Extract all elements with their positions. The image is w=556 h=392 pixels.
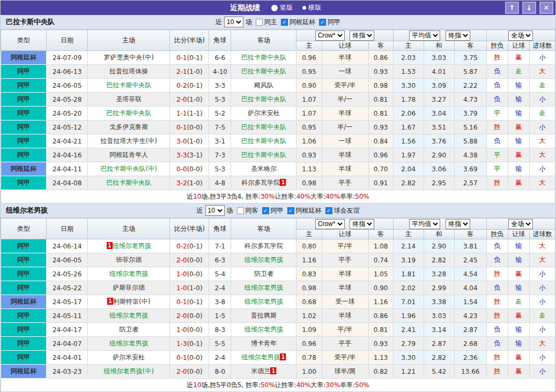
away-team-cell: 巴拉卡斯中央队 bbox=[231, 65, 296, 79]
halftime-score: (0-1) bbox=[187, 243, 203, 250]
layout-radio-horizontal[interactable]: 横版 bbox=[302, 3, 321, 12]
handicap-result-cell: 输 bbox=[508, 323, 529, 337]
summary-segment: 10 bbox=[193, 381, 201, 389]
date-cell: 24-04-01 bbox=[47, 351, 88, 365]
league-cell: 阿甲 bbox=[1, 337, 47, 351]
move-down-button[interactable]: ↓ bbox=[522, 2, 536, 14]
recent-games-select[interactable]: 10 bbox=[205, 205, 225, 216]
match-row: 阿甲24-05-12戈多伊克鲁斯0-1(0-0)7-5巴拉卡斯中央队0.95半/… bbox=[1, 120, 555, 134]
layout-radio-vertical[interactable]: 竖版 bbox=[271, 3, 293, 12]
league-cell: 阿甲 bbox=[1, 79, 47, 93]
away-team-cell: 科尔多瓦学院1 bbox=[231, 176, 296, 190]
result-cell: 平 bbox=[486, 107, 508, 120]
odds-source-select[interactable]: Crow* bbox=[315, 219, 345, 229]
date-cell: 24-06-13 bbox=[47, 65, 88, 79]
home-team-cell: 巴拉卡斯中央队(中) bbox=[88, 162, 170, 176]
league-checkbox[interactable]: ✓阿根廷杯 bbox=[287, 206, 322, 215]
away-team-cell: 巴拉卡斯中央队 bbox=[231, 51, 296, 65]
league-checkbox[interactable]: ✓阿甲 bbox=[262, 206, 284, 215]
league-cell: 阿甲 bbox=[1, 107, 47, 120]
avg-away-cell: 4.54 bbox=[454, 267, 486, 281]
checkbox-label: 阿根廷杯 bbox=[290, 18, 315, 27]
home-odds-cell: 1.07 bbox=[296, 107, 322, 120]
handicap-result-cell: 输 bbox=[508, 337, 529, 351]
home-odds-cell: 0.96 bbox=[296, 51, 322, 65]
summary-segment: 50% bbox=[355, 381, 369, 389]
average-period-select[interactable]: 终指 bbox=[446, 31, 470, 41]
team-name: 防卫者 bbox=[119, 326, 138, 333]
goals-cell: 大 bbox=[529, 134, 555, 148]
halftime-score: (0-0) bbox=[187, 270, 203, 278]
away-team-cell: 纽维尔老男孩 bbox=[231, 253, 296, 267]
titlebar: 近期战绩 竖版 横版 ↑ ↓ ✕ bbox=[1, 1, 555, 15]
home-team-cell: 戈多伊克鲁斯 bbox=[88, 120, 170, 134]
recent-games-select[interactable]: 10 bbox=[224, 17, 243, 27]
away-odds-cell: 0.81 bbox=[368, 107, 393, 120]
league-checkbox[interactable]: ✓阿根廷杯 bbox=[281, 18, 315, 27]
score-cell: 0-0(0-0) bbox=[170, 162, 209, 176]
checkbox-checked-icon: ✓ bbox=[325, 207, 332, 214]
score-cell: 0-2(0-1) bbox=[170, 239, 209, 253]
team-name: 巴拉卡斯中央队 bbox=[241, 151, 286, 159]
avg-home-cell: 7.01 bbox=[393, 295, 424, 309]
fulltime-score: 0-0 bbox=[176, 165, 187, 173]
team-name: 纽维尔老男孩 bbox=[244, 284, 283, 291]
same-side-checkbox[interactable]: 同主 bbox=[256, 18, 277, 27]
handicap-cell: 半/一 bbox=[322, 93, 368, 107]
away-team-cell: 巴拉卡斯中央队 bbox=[231, 148, 296, 162]
league-cell: 阿甲 bbox=[1, 65, 47, 79]
col-avg-draw: 和 bbox=[424, 41, 454, 51]
halftime-score: (0-0) bbox=[187, 165, 203, 173]
avg-away-cell: 3.79 bbox=[454, 107, 486, 120]
handicap-cell: 一球 bbox=[322, 65, 368, 79]
summary-segment: 50% bbox=[355, 193, 369, 200]
avg-home-cell: 2.04 bbox=[393, 162, 424, 176]
same-side-checkbox[interactable]: 同客 bbox=[237, 206, 258, 215]
scope-select[interactable]: 全场 bbox=[508, 31, 533, 41]
halftime-score: (0-1) bbox=[187, 54, 203, 62]
corner-cell: 8-0 bbox=[209, 365, 231, 379]
odds-source-select[interactable]: Crow* bbox=[315, 31, 345, 41]
col-corner: 角球 bbox=[209, 30, 231, 51]
home-team-cell: 阿根廷青年人 bbox=[88, 148, 170, 162]
move-up-button[interactable]: ↑ bbox=[505, 2, 519, 14]
average-period-select[interactable]: 终指 bbox=[446, 219, 470, 229]
goals-cell: 小 bbox=[529, 281, 555, 295]
handicap-cell: 半球 bbox=[322, 162, 368, 176]
odds-group-header: Crow* 终指 bbox=[296, 30, 393, 41]
average-select[interactable]: 平均值 bbox=[409, 219, 440, 229]
result-cell: 负 bbox=[486, 323, 508, 337]
halftime-score: (0-0) bbox=[187, 354, 203, 361]
odds-period-select[interactable]: 终指 bbox=[350, 219, 374, 229]
avg-home-cell: 2.03 bbox=[393, 51, 424, 65]
handicap-result-cell: 赢 bbox=[508, 51, 529, 65]
team-name: 拉普拉塔大学生(中) bbox=[101, 137, 157, 145]
away-odds-cell: 1.08 bbox=[368, 239, 393, 253]
halftime-score: (1-0) bbox=[187, 284, 203, 292]
average-group-header: 平均值 终指 bbox=[393, 218, 486, 230]
checkbox-checked-icon: ✓ bbox=[262, 207, 269, 214]
average-select[interactable]: 平均值 bbox=[409, 31, 440, 41]
away-team-cell: 飓风队 bbox=[231, 79, 296, 93]
date-cell: 24-04-07 bbox=[47, 337, 88, 351]
score-cell: 3-3(3-1) bbox=[170, 148, 209, 162]
fulltime-score: 1-1 bbox=[176, 110, 187, 117]
scope-select[interactable]: 全场 bbox=[508, 219, 533, 229]
league-checkbox[interactable]: ✓阿甲 bbox=[319, 18, 340, 27]
odds-period-select[interactable]: 终指 bbox=[350, 31, 374, 41]
team-name: 拉普拉塔体操 bbox=[109, 67, 148, 75]
home-odds-cell: 0.95 bbox=[296, 120, 322, 134]
home-odds-cell: 0.90 bbox=[296, 79, 322, 93]
recent-results-panel: 近期战绩 竖版 横版 ↑ ↓ ✕ 巴拉卡斯中央队 近 10 场 同主✓阿根廷杯✓… bbox=[0, 0, 556, 392]
league-cell: 阿甲 bbox=[1, 351, 47, 365]
close-button[interactable]: ✕ bbox=[539, 2, 553, 14]
result-cell: 胜 bbox=[486, 309, 508, 323]
league-cell: 阿甲 bbox=[1, 309, 47, 323]
handicap-result-cell: 输 bbox=[508, 79, 529, 93]
score-cell: 0-1(0-1) bbox=[170, 295, 209, 309]
team-name: 巴拉卡斯中央队 bbox=[241, 67, 286, 75]
league-checkbox[interactable]: ✓球会友谊 bbox=[325, 206, 360, 215]
away-odds-cell: 0.93 bbox=[368, 65, 393, 79]
home-odds-cell: 0.98 bbox=[296, 176, 322, 190]
date-cell: 24-06-05 bbox=[47, 79, 88, 93]
